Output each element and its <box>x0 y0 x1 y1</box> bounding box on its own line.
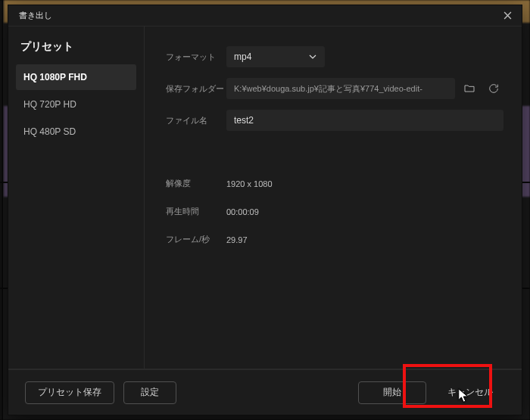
format-select[interactable]: mp4 <box>226 46 325 67</box>
duration-value: 00:00:09 <box>226 207 259 216</box>
preset-720p[interactable]: HQ 720P HD <box>16 92 136 117</box>
main-panel: フォーマット mp4 保存フォルダー <box>145 26 522 369</box>
settings-button[interactable]: 設定 <box>123 381 176 404</box>
button-label: 開始 <box>383 386 401 399</box>
row-duration: 再生時間 00:00:09 <box>166 206 504 217</box>
dialog-footer: プリセット保存 設定 開始 キャンセル <box>8 369 522 415</box>
preset-sidebar: プリセット HQ 1080P FHD HQ 720P HD HQ 480P SD <box>8 26 145 369</box>
folder-icon <box>463 82 475 95</box>
duration-label: 再生時間 <box>166 206 226 217</box>
preset-label: HQ 720P HD <box>23 99 76 110</box>
fps-value: 29.97 <box>226 235 248 244</box>
close-icon <box>504 11 512 20</box>
preset-label: HQ 480P SD <box>23 126 76 137</box>
browse-folder-button[interactable] <box>460 79 479 98</box>
start-button[interactable]: 開始 <box>358 381 426 404</box>
filename-input[interactable] <box>226 110 504 131</box>
refresh-icon <box>488 82 500 95</box>
button-label: 設定 <box>141 386 159 399</box>
row-resolution: 解像度 1920 x 1080 <box>166 178 504 189</box>
row-format: フォーマット mp4 <box>166 46 504 67</box>
resolution-label: 解像度 <box>166 178 226 189</box>
save-preset-button[interactable]: プリセット保存 <box>25 381 114 404</box>
folder-path-input[interactable] <box>226 78 455 99</box>
cancel-button[interactable]: キャンセル <box>435 381 505 404</box>
preset-label: HQ 1080P FHD <box>23 72 87 82</box>
chevron-down-icon <box>308 53 317 61</box>
row-folder: 保存フォルダー <box>166 78 504 99</box>
preset-480p[interactable]: HQ 480P SD <box>16 119 136 145</box>
filename-label: ファイル名 <box>166 115 226 126</box>
refresh-button[interactable] <box>484 79 504 98</box>
close-button[interactable] <box>500 9 514 23</box>
preset-heading: プリセット <box>20 40 132 54</box>
titlebar: 書き出し <box>8 5 522 26</box>
format-value: mp4 <box>234 51 251 62</box>
preset-1080p[interactable]: HQ 1080P FHD <box>16 64 136 90</box>
resolution-value: 1920 x 1080 <box>226 179 273 188</box>
dialog-title: 書き出し <box>19 10 52 21</box>
dialog-body: プリセット HQ 1080P FHD HQ 720P HD HQ 480P SD… <box>8 26 522 369</box>
folder-label: 保存フォルダー <box>166 83 226 95</box>
row-filename: ファイル名 <box>166 110 504 131</box>
button-label: キャンセル <box>447 386 493 399</box>
row-fps: フレーム/秒 29.97 <box>166 234 504 245</box>
fps-label: フレーム/秒 <box>166 234 226 245</box>
export-dialog: 書き出し プリセット HQ 1080P FHD HQ 720P HD HQ 48… <box>8 5 522 415</box>
button-label: プリセット保存 <box>38 386 101 399</box>
format-label: フォーマット <box>166 51 226 63</box>
